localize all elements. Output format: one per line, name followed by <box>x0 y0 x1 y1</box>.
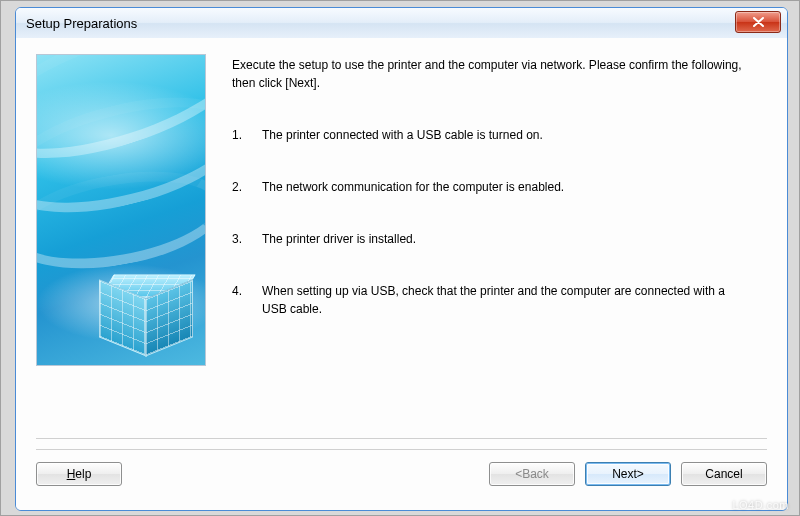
help-button[interactable]: Help <box>36 462 122 486</box>
instruction-column: Execute the setup to use the printer and… <box>232 54 767 434</box>
step-text: When setting up via USB, check that the … <box>262 282 752 318</box>
button-row: Help <Back Next> Cancel <box>36 462 767 486</box>
step-number: 1. <box>232 126 250 144</box>
screenshot-frame: Setup Preparations <box>0 0 800 516</box>
close-icon <box>753 17 764 27</box>
window-title: Setup Preparations <box>26 16 137 31</box>
step-item: 4. When setting up via USB, check that t… <box>232 282 752 318</box>
wizard-illustration <box>36 54 206 366</box>
cube-graphic <box>99 265 195 351</box>
cancel-button[interactable]: Cancel <box>681 462 767 486</box>
titlebar: Setup Preparations <box>16 8 787 39</box>
close-button[interactable] <box>735 11 781 33</box>
step-number: 3. <box>232 230 250 248</box>
step-number: 4. <box>232 282 250 318</box>
help-accelerator: H <box>67 467 76 481</box>
client-area: Execute the setup to use the printer and… <box>16 38 787 510</box>
step-list: 1. The printer connected with a USB cabl… <box>232 126 767 318</box>
next-button[interactable]: Next> <box>585 462 671 486</box>
help-label-rest: elp <box>75 467 91 481</box>
step-text: The network communication for the comput… <box>262 178 564 196</box>
step-number: 2. <box>232 178 250 196</box>
step-item: 3. The printer driver is installed. <box>232 230 752 248</box>
setup-dialog: Setup Preparations <box>15 7 788 511</box>
separator <box>36 438 767 439</box>
content-row: Execute the setup to use the printer and… <box>36 54 767 434</box>
step-text: The printer driver is installed. <box>262 230 416 248</box>
separator <box>36 449 767 450</box>
intro-text: Execute the setup to use the printer and… <box>232 56 752 92</box>
back-button[interactable]: <Back <box>489 462 575 486</box>
step-item: 2. The network communication for the com… <box>232 178 752 196</box>
step-text: The printer connected with a USB cable i… <box>262 126 543 144</box>
step-item: 1. The printer connected with a USB cabl… <box>232 126 752 144</box>
